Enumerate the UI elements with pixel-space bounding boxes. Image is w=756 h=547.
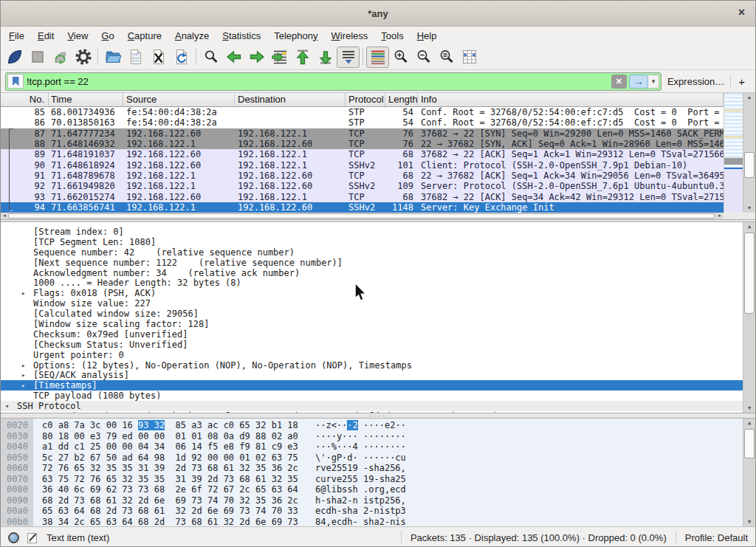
hex-row[interactable]: 008036 40 6c 69 62 73 73 68 2e 6f 72 67 … <box>1 484 755 495</box>
clear-filter-icon[interactable]: ✕ <box>611 75 627 89</box>
detail-row[interactable]: [Calculated window size: 29056] <box>1 309 755 319</box>
restart-capture-icon[interactable] <box>49 47 72 68</box>
packet-row[interactable]: 8771.647777234192.168.122.60192.168.122.… <box>1 128 724 139</box>
zoom-reset-icon[interactable] <box>435 47 458 68</box>
go-forward-icon[interactable] <box>245 47 268 68</box>
detail-row[interactable]: ▾SSH Protocol <box>1 401 755 411</box>
zoom-out-icon[interactable] <box>412 47 435 68</box>
capture-options-icon[interactable] <box>72 47 94 68</box>
filter-value[interactable]: !tcp.port == 22 <box>27 76 611 87</box>
hex-row[interactable]: 0020c0 a8 7a 3c 00 16 93 32 85 a3 ac c0 … <box>1 420 755 431</box>
scrollbar-thumb[interactable] <box>744 233 755 314</box>
menu-item[interactable]: Capture <box>121 28 168 44</box>
column-header[interactable]: Time <box>49 93 123 106</box>
packet-row[interactable]: 8670.013850163fe:54:00:d4:38:2aSTP54Conf… <box>1 117 724 128</box>
packet-list-minimap[interactable] <box>724 93 743 213</box>
detail-row[interactable]: [Window size scaling factor: 128] <box>1 319 755 329</box>
go-to-packet-icon[interactable] <box>268 47 291 68</box>
add-filter-button[interactable]: + <box>737 75 751 88</box>
scroll-down-icon[interactable]: ▼ <box>743 517 755 526</box>
hex-row[interactable]: 00a065 63 64 68 2d 73 68 61 32 2d 6e 69 … <box>1 506 755 517</box>
packet-row[interactable]: 8971.648191037192.168.122.60192.168.122.… <box>1 149 724 159</box>
go-first-packet-icon[interactable] <box>291 47 314 68</box>
scroll-down-icon[interactable]: ▼ <box>743 204 755 213</box>
menu-item[interactable]: Go <box>94 28 120 44</box>
hex-row[interactable]: 006072 76 65 32 35 35 31 39 2d 73 68 61 … <box>1 463 755 474</box>
start-capture-icon[interactable] <box>3 47 26 68</box>
details-scrollbar[interactable]: ▲ ▼ <box>743 222 755 413</box>
packet-row[interactable]: 9171.648789678192.168.122.1192.168.122.6… <box>1 171 724 181</box>
filter-dropdown-icon[interactable]: ▾ <box>648 75 659 89</box>
capture-comment-icon[interactable] <box>27 531 39 544</box>
scrollbar-thumb[interactable] <box>744 152 755 178</box>
column-header[interactable]: Destination <box>235 93 346 106</box>
go-last-packet-icon[interactable] <box>314 47 337 68</box>
colorize-icon[interactable] <box>366 47 389 68</box>
hex-row[interactable]: 007063 75 72 76 65 32 35 35 31 39 2d 73 … <box>1 474 755 485</box>
detail-row[interactable]: Window size value: 227 <box>1 298 755 309</box>
open-file-icon[interactable] <box>101 47 124 68</box>
hex-row[interactable]: 00505c 27 b2 67 50 ad 64 98 1d 92 00 00 … <box>1 453 755 464</box>
packet-list-scrollbar[interactable]: ▲ ▼ <box>743 93 755 213</box>
detail-row[interactable]: Sequence number: 42 (relative sequence n… <box>1 247 755 258</box>
expander-icon[interactable]: ▸ <box>21 289 33 297</box>
detail-row[interactable]: [TCP Segment Len: 1080] <box>1 237 755 247</box>
scroll-up-icon[interactable]: ▲ <box>743 93 755 102</box>
menu-item[interactable]: Tools <box>374 28 410 44</box>
detail-row[interactable]: 1000 .... = Header Length: 32 bytes (8) <box>1 278 755 288</box>
menu-item[interactable]: Analyze <box>168 28 216 44</box>
hex-row[interactable]: 0040a1 dd c1 25 00 00 04 34 06 14 f5 e8 … <box>1 441 755 453</box>
menu-item[interactable]: Telephony <box>267 28 324 44</box>
hex-scrollbar[interactable]: ▲ ▼ <box>743 419 755 526</box>
detail-row[interactable]: ▸[SEQ/ACK analysis] <box>1 370 755 380</box>
detail-row[interactable]: Urgent pointer: 0 <box>1 350 755 360</box>
expander-icon[interactable]: ▸ <box>21 371 33 379</box>
reload-file-icon[interactable] <box>170 47 193 68</box>
auto-scroll-icon[interactable] <box>337 47 360 68</box>
scroll-right-icon[interactable]: ► <box>718 213 722 219</box>
detail-row[interactable]: TCP payload (1080 bytes) <box>1 391 755 401</box>
packet-row[interactable]: 9371.662015274192.168.122.60192.168.122.… <box>1 191 724 202</box>
column-header[interactable]: Source <box>123 93 235 106</box>
hex-row[interactable]: 003080 18 00 e3 79 ed 00 00 01 01 08 0a … <box>1 431 755 442</box>
expert-info-icon[interactable] <box>8 532 19 543</box>
packet-row[interactable]: 8871.648146932192.168.122.1192.168.122.6… <box>1 139 724 149</box>
detail-row[interactable]: Checksum: 0x79ed [unverified] <box>1 329 755 340</box>
profile-status[interactable]: Profile: Default <box>685 532 748 543</box>
column-header[interactable]: Info <box>418 93 724 106</box>
detail-row[interactable]: [Checksum Status: Unverified] <box>1 340 755 350</box>
detail-row[interactable]: [Stream index: 0] <box>1 227 755 237</box>
packet-row[interactable]: 9471.663856741192.168.122.1192.168.122.6… <box>1 202 724 213</box>
packet-row[interactable]: 9071.648618924192.168.122.60192.168.122.… <box>1 159 724 170</box>
expander-icon[interactable]: ▾ <box>5 402 17 410</box>
detail-row[interactable]: ▸Options: (12 bytes), No-Operation (NOP)… <box>1 360 755 371</box>
hscrollbar-thumb[interactable] <box>8 213 715 219</box>
menu-item[interactable]: Statistics <box>216 28 267 44</box>
detail-row[interactable]: ▸Flags: 0x018 (PSH, ACK) <box>1 288 755 298</box>
close-window-button[interactable]: × <box>738 6 745 19</box>
menu-item[interactable]: View <box>61 28 94 44</box>
close-file-icon[interactable] <box>147 47 170 68</box>
detail-row[interactable]: [Next sequence number: 1122 (relative se… <box>1 258 755 268</box>
scroll-up-icon[interactable]: ▲ <box>743 419 755 427</box>
stop-capture-icon[interactable] <box>26 47 49 68</box>
hex-row[interactable]: 00b038 34 2c 65 63 64 68 2d 73 68 61 32 … <box>1 517 755 527</box>
expander-icon[interactable]: ▸ <box>21 362 33 369</box>
apply-filter-icon[interactable]: → <box>629 75 648 89</box>
scrollbar-thumb[interactable] <box>744 429 755 458</box>
save-file-icon[interactable]: 010101100111 <box>124 47 147 68</box>
detail-row[interactable]: Acknowledgment number: 34 (relative ack … <box>1 268 755 278</box>
packet-list-hscrollbar[interactable]: ◄ ► <box>1 213 724 219</box>
menu-item[interactable]: Wireless <box>325 28 375 44</box>
detail-row[interactable]: ▸[Timestamps] <box>1 380 755 391</box>
menu-item[interactable]: Edit <box>31 28 61 44</box>
scroll-down-icon[interactable]: ▼ <box>743 404 755 413</box>
column-header[interactable]: No. <box>1 93 49 106</box>
find-packet-icon[interactable] <box>199 47 222 68</box>
filter-bookmark-button[interactable] <box>7 74 24 89</box>
expression-button[interactable]: Expression… <box>667 76 724 87</box>
packet-row[interactable]: 8568.001734936fe:54:00:d4:38:2aSTP54Conf… <box>1 107 724 117</box>
pane-splitter[interactable]: ···· <box>1 413 755 419</box>
packet-row[interactable]: 9271.661949820192.168.122.1192.168.122.6… <box>1 181 724 191</box>
resize-columns-icon[interactable] <box>458 47 481 68</box>
